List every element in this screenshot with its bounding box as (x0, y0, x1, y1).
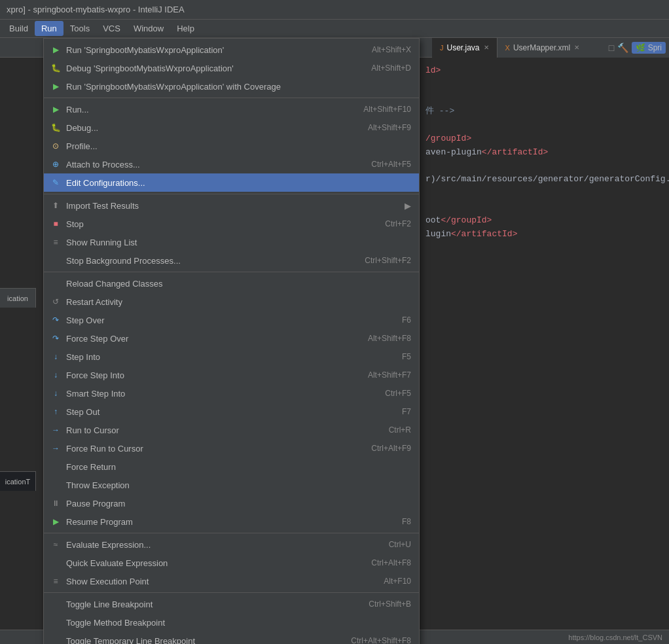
menu-tools[interactable]: Tools (63, 21, 96, 36)
menu-toggle-line-bp[interactable]: Toggle Line Breakpoint Ctrl+Shift+B (44, 595, 419, 613)
code-line-4: 件 --> (425, 105, 662, 118)
edit-config-label: Edit Configurations... (66, 178, 398, 188)
menu-force-return[interactable]: Force Return (44, 457, 419, 476)
debug-shortcut: Alt+Shift+F9 (368, 123, 411, 132)
force-return-icon (49, 460, 62, 473)
menu-pause[interactable]: ⏸ Pause Program (44, 494, 419, 512)
menu-step-out[interactable]: ↑ Step Out F7 (44, 402, 419, 421)
menu-smart-step-into[interactable]: ↓ Smart Step Into Ctrl+F5 (44, 384, 419, 402)
toggle-method-bp-icon (49, 616, 62, 629)
menu-force-step-over[interactable]: ↷ Force Step Over Alt+Shift+F8 (44, 329, 419, 348)
menu-evaluate[interactable]: ≈ Evaluate Expression... Ctrl+U (44, 535, 419, 554)
show-exec-icon: ≡ (49, 575, 62, 588)
evaluate-shortcut: Ctrl+U (389, 540, 411, 549)
menu-force-step-into[interactable]: ↓ Force Step Into Alt+Shift+F7 (44, 366, 419, 384)
menu-import-test[interactable]: ⬆ Import Test Results ▶ (44, 196, 419, 215)
menu-resume[interactable]: ▶ Resume Program F8 (44, 512, 419, 531)
menu-toggle-temp-bp[interactable]: Toggle Temporary Line Breakpoint Ctrl+Al… (44, 632, 419, 644)
menu-toggle-method-bp[interactable]: Toggle Method Breakpoint (44, 613, 419, 632)
reload-icon (49, 277, 62, 290)
toggle-line-bp-label: Toggle Line Breakpoint (66, 599, 355, 609)
menu-run-coverage[interactable]: ▶ Run 'SpringbootMybatisWxproApplication… (44, 77, 419, 96)
run-icon: ▶ (49, 43, 62, 56)
menu-window[interactable]: Window (127, 21, 170, 36)
force-step-over-shortcut: Alt+Shift+F8 (368, 334, 411, 343)
menu-run[interactable]: ▶ Run... Alt+Shift+F10 (44, 100, 419, 118)
stop-bg-shortcut: Ctrl+Shift+F2 (365, 256, 411, 265)
stop-shortcut: Ctrl+F2 (385, 219, 411, 228)
code-editor[interactable]: ld> 件 --> /groupId> aven-plugin</artifac… (419, 58, 669, 631)
profile-label: Profile... (66, 141, 398, 151)
menu-show-exec-point[interactable]: ≡ Show Execution Point Alt+F10 (44, 572, 419, 590)
menu-reload[interactable]: Reload Changed Classes (44, 274, 419, 293)
code-line-6: /groupId> (425, 132, 662, 146)
code-line-10 (425, 187, 662, 200)
separator-1 (44, 98, 419, 98)
smart-step-into-label: Smart Step Into (66, 389, 372, 399)
restart-label: Restart Activity (66, 297, 398, 307)
run-app-label: Run 'SpringbootMybatisWxproApplication' (66, 45, 359, 55)
menu-stop[interactable]: ■ Stop Ctrl+F2 (44, 215, 419, 233)
toggle-line-bp-shortcut: Ctrl+Shift+B (369, 599, 411, 609)
menu-build[interactable]: Build (3, 21, 35, 36)
force-step-into-label: Force Step Into (66, 370, 355, 380)
toggle-method-bp-label: Toggle Method Breakpoint (66, 618, 398, 628)
menu-run-to-cursor[interactable]: → Run to Cursor Ctrl+R (44, 421, 419, 439)
code-line-8 (425, 160, 662, 173)
menu-throw-exception[interactable]: Throw Exception (44, 476, 419, 494)
separator-2 (44, 194, 419, 194)
menu-step-over[interactable]: ↷ Step Over F6 (44, 311, 419, 329)
attach-icon: ⊕ (49, 158, 62, 171)
menu-show-running[interactable]: ≡ Show Running List (44, 233, 419, 251)
menu-vcs[interactable]: VCS (96, 21, 127, 36)
step-into-shortcut: F5 (402, 352, 411, 361)
menu-profile[interactable]: ⊙ Profile... (44, 137, 419, 155)
title-bar: xpro] - springboot-mybatis-wxpro - Intel… (0, 0, 669, 20)
menu-force-run-cursor[interactable]: → Force Run to Cursor Ctrl+Alt+F9 (44, 439, 419, 457)
quick-evaluate-label: Quick Evaluate Expression (66, 558, 358, 568)
tab-user-mapper[interactable]: X UserMapper.xml ✕ (497, 38, 588, 58)
code-line-7: aven-plugin</artifactId> (425, 146, 662, 160)
code-line-3 (425, 92, 662, 105)
toggle-temp-bp-icon (49, 634, 62, 644)
quick-evaluate-shortcut: Ctrl+Alt+F8 (371, 558, 411, 567)
toolbar-icon-2[interactable]: 🔨 (617, 43, 628, 53)
tab-user-java-label: User.java (447, 43, 480, 52)
step-out-shortcut: F7 (402, 407, 411, 416)
menu-debug[interactable]: 🐛 Debug... Alt+Shift+F9 (44, 118, 419, 137)
sidebar-label-icationt: icationT (5, 478, 31, 486)
menu-help[interactable]: Help (170, 21, 201, 36)
menu-edit-config[interactable]: ✎ Edit Configurations... (44, 173, 419, 192)
menu-debug-app[interactable]: 🐛 Debug 'SpringbootMybatisWxproApplicati… (44, 59, 419, 77)
menu-quick-evaluate[interactable]: Quick Evaluate Expression Ctrl+Alt+F8 (44, 554, 419, 572)
menu-run[interactable]: Run (35, 21, 63, 36)
code-line-12: oot</groupId> (425, 214, 662, 228)
menu-run-app[interactable]: ▶ Run 'SpringbootMybatisWxproApplication… (44, 41, 419, 59)
run-to-cursor-icon: → (49, 423, 62, 437)
debug-label: Debug... (66, 123, 355, 133)
stop-bg-label: Stop Background Processes... (66, 256, 352, 266)
pause-icon: ⏸ (49, 497, 62, 510)
menu-attach[interactable]: ⊕ Attach to Process... Ctrl+Alt+F5 (44, 155, 419, 173)
resume-label: Resume Program (66, 517, 389, 527)
menu-step-into[interactable]: ↓ Step Into F5 (44, 348, 419, 366)
throw-exception-icon (49, 478, 62, 492)
resume-icon: ▶ (49, 515, 62, 528)
run-shortcut: Alt+Shift+F10 (363, 105, 411, 114)
separator-5 (44, 592, 419, 593)
menu-restart[interactable]: ↺ Restart Activity (44, 293, 419, 311)
debug-dots-icon: 🐛 (49, 121, 62, 134)
tab-user-mapper-close[interactable]: ✕ (574, 44, 579, 51)
stop-icon: ■ (49, 217, 62, 230)
step-into-label: Step Into (66, 352, 389, 362)
attach-label: Attach to Process... (66, 160, 358, 170)
toggle-line-bp-icon (49, 598, 62, 611)
step-into-icon: ↓ (49, 350, 62, 363)
tab-user-java[interactable]: J User.java ✕ (432, 38, 497, 58)
evaluate-label: Evaluate Expression... (66, 540, 376, 550)
menu-stop-bg[interactable]: Stop Background Processes... Ctrl+Shift+… (44, 251, 419, 270)
tab-user-java-close[interactable]: ✕ (484, 44, 489, 51)
toolbar-icon-1[interactable]: □ (609, 43, 614, 53)
throw-exception-label: Throw Exception (66, 480, 398, 490)
tab-user-mapper-label: UserMapper.xml (513, 43, 570, 52)
